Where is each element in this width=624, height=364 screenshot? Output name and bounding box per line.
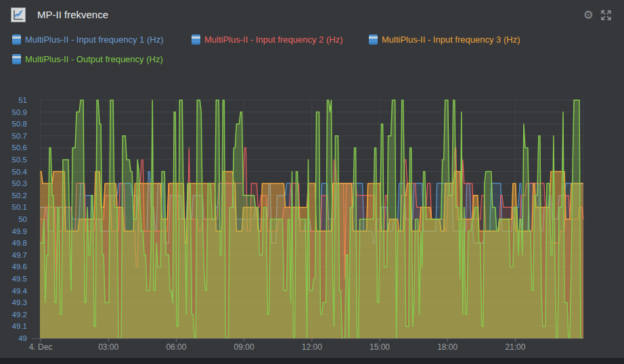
svg-text:49.1: 49.1: [12, 322, 27, 330]
svg-text:50.9: 50.9: [12, 108, 27, 116]
svg-text:15:00: 15:00: [370, 342, 390, 352]
svg-text:49.7: 49.7: [12, 251, 27, 259]
svg-text:50.1: 50.1: [12, 203, 27, 211]
chart-widget-card: MP-II frekvence ⚙ MultiPlus-II - Input f…: [0, 0, 624, 358]
header-actions: ⚙: [583, 9, 612, 21]
svg-text:51: 51: [18, 96, 27, 104]
legend-item-input-frequency-2[interactable]: MultiPlus-II - Input frequency 2 (Hz): [192, 35, 342, 45]
legend-label: MultiPlus-II - Input frequency 2 (Hz): [204, 35, 342, 45]
svg-text:50.7: 50.7: [12, 132, 27, 140]
svg-text:18:00: 18:00: [437, 342, 458, 352]
widget-title: MP-II frekvence: [37, 9, 108, 20]
legend-label: MultiPlus-II - Output frequency (Hz): [25, 54, 163, 64]
legend-item-input-frequency-1[interactable]: MultiPlus-II - Input frequency 1 (Hz): [12, 35, 163, 45]
svg-text:12:00: 12:00: [302, 342, 322, 352]
svg-text:50.8: 50.8: [12, 120, 27, 128]
svg-text:50.6: 50.6: [12, 143, 27, 152]
frequency-chart[interactable]: 5150.950.850.750.650.550.450.350.250.150…: [0, 80, 624, 358]
gear-icon[interactable]: ⚙: [583, 9, 594, 21]
legend-label: MultiPlus-II - Input frequency 1 (Hz): [25, 35, 163, 45]
svg-text:21:00: 21:00: [505, 342, 525, 352]
svg-text:4. Dec: 4. Dec: [29, 342, 53, 352]
svg-text:09:00: 09:00: [234, 342, 254, 352]
svg-text:49.2: 49.2: [12, 311, 27, 319]
svg-text:50.5: 50.5: [12, 156, 27, 164]
expand-arrows-icon[interactable]: [600, 9, 612, 21]
svg-text:03:00: 03:00: [98, 342, 118, 352]
svg-text:49.3: 49.3: [12, 298, 27, 306]
svg-text:50.3: 50.3: [12, 179, 27, 187]
legend-item-input-frequency-3[interactable]: MultiPlus-II - Input frequency 3 (Hz): [369, 35, 520, 45]
svg-text:49: 49: [18, 334, 27, 342]
svg-text:49.4: 49.4: [12, 287, 28, 295]
legend-item-output-frequency[interactable]: MultiPlus-II - Output frequency (Hz): [12, 54, 163, 65]
multiplus-device-icon: [192, 35, 200, 45]
svg-text:50.4: 50.4: [12, 168, 28, 176]
custom-chart-widget-icon: [11, 7, 26, 22]
svg-text:49.8: 49.8: [12, 239, 27, 247]
svg-text:50.2: 50.2: [12, 191, 27, 200]
svg-text:06:00: 06:00: [166, 342, 186, 352]
multiplus-device-icon: [12, 54, 21, 64]
multiplus-device-icon: [12, 35, 21, 45]
multiplus-device-icon: [369, 35, 378, 45]
svg-text:50: 50: [18, 215, 27, 223]
svg-text:49.6: 49.6: [12, 263, 27, 271]
svg-text:49.9: 49.9: [12, 227, 27, 235]
svg-text:49.5: 49.5: [12, 275, 27, 283]
legend-label: MultiPlus-II - Input frequency 3 (Hz): [382, 35, 520, 45]
page-background-strip: [0, 358, 624, 364]
